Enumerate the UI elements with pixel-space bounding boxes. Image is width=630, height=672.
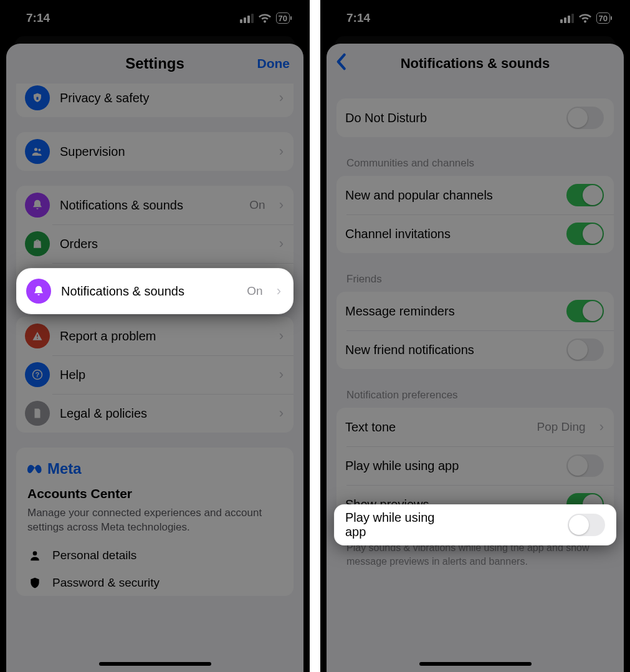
people-icon (25, 139, 50, 164)
row-label: Play while using app (345, 459, 556, 473)
highlight-play-while-using-app[interactable]: Play while using app (335, 506, 615, 544)
settings-group-support: Report a problem › ? Help › Legal & poli… (16, 317, 294, 433)
row-text-tone[interactable]: Text tone Pop Ding › (336, 408, 614, 446)
section-communities: Communities and channels (333, 152, 618, 173)
page-title: Notifications & sounds (401, 55, 550, 72)
cellular-icon (240, 14, 254, 23)
row-label: Message reminders (345, 304, 556, 319)
row-new-friend[interactable]: New friend notifications (336, 330, 614, 369)
row-report[interactable]: Report a problem › (16, 317, 294, 355)
toggle-dnd[interactable] (566, 107, 604, 129)
row-label: Report a problem (60, 329, 265, 343)
battery-icon: 70 (596, 12, 610, 24)
status-indicators: 70 (560, 12, 610, 24)
svg-point-8 (33, 551, 37, 555)
toggle-play-while-using-app[interactable] (566, 454, 604, 477)
group-dnd: Do Not Disturb (336, 98, 614, 137)
row-label: Channel invitations (345, 227, 556, 241)
row-label: New and popular channels (345, 188, 556, 203)
chevron-right-icon: › (279, 367, 284, 383)
chevron-right-icon: › (279, 328, 284, 344)
svg-point-2 (38, 149, 41, 151)
row-label: Legal & policies (60, 406, 265, 421)
screenshot-notifications: 7:14 70 Notifications & sounds Do Not Di… (320, 0, 630, 672)
notifications-content[interactable]: Do Not Disturb Communities and channels … (327, 84, 624, 672)
row-orders[interactable]: Orders › (16, 224, 294, 263)
section-friends: Friends (333, 268, 618, 289)
row-value: On (249, 198, 265, 212)
meta-accounts-center[interactable]: Meta Accounts Center Manage your connect… (16, 448, 294, 596)
question-icon: ? (25, 362, 50, 387)
status-indicators: 70 (240, 12, 290, 24)
lock-icon (25, 85, 50, 110)
row-message-reminders[interactable]: Message reminders (336, 292, 614, 330)
group-communities: New and popular channels Channel invitat… (336, 176, 614, 253)
highlight-notifications-row[interactable]: Notifications & sounds On › (17, 269, 292, 313)
row-label: Privacy & safety (60, 91, 265, 105)
row-label: Do Not Disturb (345, 111, 556, 125)
meta-personal-details[interactable]: Personal details (27, 549, 282, 562)
row-new-channels[interactable]: New and popular channels (336, 176, 614, 214)
page-title: Settings (125, 55, 184, 72)
settings-sheet: Settings Done Accessibility › Privacy & … (6, 44, 303, 672)
chevron-right-icon: › (277, 283, 281, 299)
meta-password-security[interactable]: Password & security (27, 576, 282, 590)
chevron-right-icon: › (279, 90, 284, 106)
row-label: Supervision (60, 145, 265, 159)
row-notifications[interactable]: Notifications & sounds On › (16, 186, 294, 224)
toggle-play-while-using-app[interactable] (568, 514, 605, 536)
wifi-icon (259, 14, 271, 23)
back-button[interactable] (335, 53, 346, 74)
svg-text:?: ? (36, 371, 39, 378)
section-prefs: Notification preferences (333, 384, 618, 405)
row-dnd[interactable]: Do Not Disturb (336, 98, 614, 137)
done-button[interactable]: Done (257, 56, 290, 71)
cellular-icon (560, 14, 574, 23)
row-legal[interactable]: Legal & policies › (16, 394, 294, 433)
row-help[interactable]: ? Help › (16, 355, 294, 394)
home-indicator[interactable] (99, 662, 211, 666)
row-value: Pop Ding (537, 420, 586, 434)
svg-rect-3 (34, 241, 41, 247)
row-label: Notifications & sounds (60, 198, 239, 213)
chevron-right-icon: › (279, 197, 284, 213)
meta-logo: Meta (27, 460, 282, 478)
chevron-right-icon: › (279, 143, 284, 160)
toggle-new-friend[interactable] (566, 338, 604, 361)
accounts-center-title: Accounts Center (27, 486, 282, 501)
accounts-center-desc: Manage your connected experiences and ac… (27, 506, 282, 535)
notifications-sheet: Notifications & sounds Do Not Disturb Co… (327, 44, 624, 672)
toggle-message-reminders[interactable] (566, 300, 604, 322)
nav-bar: Settings Done (6, 44, 303, 84)
settings-content[interactable]: Accessibility › Privacy & safety › Super… (6, 84, 303, 672)
settings-group-account: Accessibility › Privacy & safety › (16, 84, 294, 117)
toggle-new-channels[interactable] (566, 184, 604, 206)
bell-icon (25, 193, 50, 218)
meta-infinity-icon (27, 463, 45, 475)
status-time: 7:14 (26, 11, 50, 25)
row-label: Text tone (345, 420, 527, 434)
row-play-while-using-app[interactable]: Play while using app (336, 446, 614, 485)
chevron-left-icon (335, 53, 346, 70)
svg-point-1 (34, 148, 37, 151)
row-channel-invitations[interactable]: Channel invitations (336, 214, 614, 253)
settings-group-supervision: Supervision › (16, 132, 294, 171)
row-value: On (247, 284, 262, 298)
row-privacy[interactable]: Privacy & safety › (16, 84, 294, 117)
group-friends: Message reminders New friend notificatio… (336, 292, 614, 369)
document-icon (25, 401, 50, 426)
row-label: Help (60, 368, 265, 382)
bell-icon (26, 279, 51, 304)
bag-icon (25, 231, 50, 256)
chevron-right-icon: › (279, 405, 284, 421)
shield-icon (27, 577, 42, 589)
nav-bar: Notifications & sounds (327, 44, 624, 84)
toggle-channel-invitations[interactable] (566, 223, 604, 245)
row-supervision[interactable]: Supervision › (16, 132, 294, 171)
screenshot-settings: 7:14 70 Settings Done Accessibility › (0, 0, 310, 672)
person-icon (27, 549, 42, 562)
status-time: 7:14 (346, 11, 370, 25)
chevron-right-icon: › (599, 419, 604, 435)
home-indicator[interactable] (419, 662, 532, 666)
status-bar: 7:14 70 (320, 0, 630, 36)
